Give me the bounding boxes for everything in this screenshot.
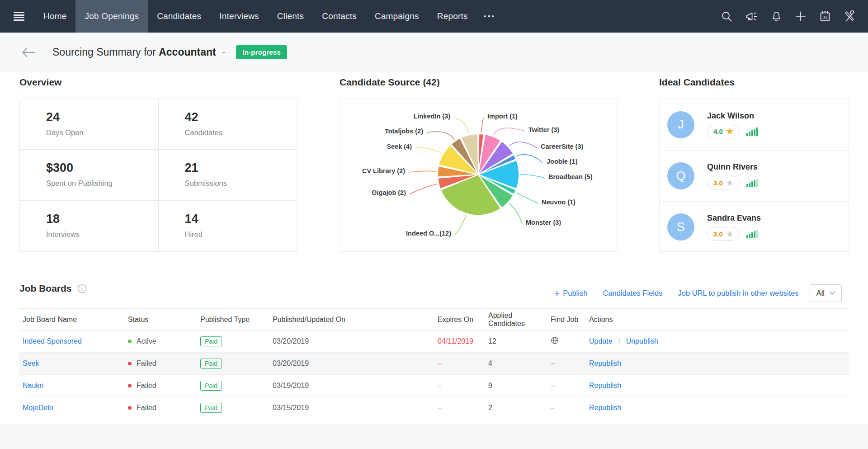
rating-pill: 3.0 ★	[707, 227, 740, 241]
pie-leader-Jooble	[516, 155, 543, 163]
nav-item-contacts[interactable]: Contacts	[313, 0, 366, 33]
republish-link[interactable]: Republish	[589, 359, 621, 367]
published-on: 03/20/2019	[273, 337, 438, 345]
pie-leader-CV Library	[409, 171, 436, 172]
unpublish-link[interactable]: Unpublish	[626, 337, 658, 345]
avatar: J	[667, 111, 694, 138]
pie-leader-Neuvoo	[516, 193, 538, 203]
update-link[interactable]: Update	[589, 337, 613, 345]
pie-leader-Monster	[509, 203, 522, 224]
pie-label-Neuvoo: Neuvoo (1)	[542, 199, 576, 206]
more-icon[interactable]	[477, 0, 501, 33]
pie-leader-Broadbean	[520, 175, 545, 178]
action-separator: |	[618, 337, 620, 345]
star-icon: ★	[726, 128, 733, 135]
status-text: Failed	[137, 382, 156, 390]
job-url-link[interactable]: Job URL to publish in other websites	[678, 289, 798, 298]
stat-value: 18	[46, 212, 158, 226]
candidate-source-title: Candidate Source (42)	[340, 77, 440, 88]
col-published-on: Published/Updated On	[273, 316, 438, 324]
back-arrow-icon[interactable]	[21, 47, 36, 58]
published-type-badge: Paid	[200, 403, 222, 413]
globe-icon[interactable]	[551, 336, 559, 345]
ideal-candidate-row[interactable]: S Sandra Evans 3.0 ★	[660, 201, 849, 252]
pie-leader-Twitter	[494, 128, 525, 135]
status-dot	[128, 406, 132, 410]
candidate-name[interactable]: Sandra Evans	[707, 213, 761, 223]
status-badge: In-progress	[236, 45, 287, 59]
info-icon[interactable]	[77, 284, 87, 293]
app-root: { "nav": { "items": [ {"label": "Home", …	[0, 0, 868, 449]
bell-icon[interactable]	[770, 10, 783, 23]
nav-item-interviews[interactable]: Interviews	[210, 0, 268, 33]
rating-value: 3.0	[713, 230, 723, 238]
nav-item-reports[interactable]: Reports	[428, 0, 477, 33]
stat-spent: $300 Spent on Publishing	[20, 150, 159, 200]
stat-days-open: 24 Days Open	[20, 99, 159, 150]
published-type-badge: Paid	[200, 336, 222, 346]
job-board-link[interactable]: Naukri	[23, 382, 43, 389]
published-on: 03/20/2019	[273, 359, 438, 368]
find-job-empty: –	[551, 404, 589, 412]
pie-label-Jooble: Jooble (1)	[547, 158, 578, 165]
pie-label-Broadbean: Broadbean (5)	[548, 173, 593, 180]
filter-dropdown[interactable]: All	[810, 284, 842, 302]
actions-cell: Update|Unpublish	[589, 337, 849, 345]
hamburger-icon[interactable]	[14, 12, 24, 21]
col-applied-candidates: Applied Candidates	[488, 312, 551, 328]
plus-icon[interactable]	[795, 10, 807, 22]
pie-label-Gigajob: Gigajob (2)	[372, 189, 406, 196]
job-boards-toolbar: +Publish Candidates Fields Job URL to pu…	[554, 284, 842, 302]
avatar: S	[667, 213, 694, 241]
col-find-job: Find Job	[551, 316, 589, 324]
stat-interviews: 18 Interviews	[20, 201, 159, 251]
candidate-name[interactable]: Quinn Rivers	[707, 162, 758, 172]
col-status: Status	[128, 316, 200, 324]
nav-item-home[interactable]: Home	[34, 0, 75, 33]
pie-label-Totaljobs: Totaljobs (2)	[385, 128, 423, 135]
svg-text:31: 31	[823, 15, 827, 19]
candidate-name[interactable]: Jack Wilson	[707, 111, 758, 121]
publish-button[interactable]: +Publish	[554, 288, 587, 298]
ideal-candidate-row[interactable]: J Jack Wilson 4.0 ★	[660, 99, 849, 150]
job-board-link[interactable]: Indeed Sponsored	[23, 337, 82, 345]
pie-leader-Gigajob	[410, 184, 437, 194]
nav-item-candidates[interactable]: Candidates	[148, 0, 210, 33]
col-expires-on: Expires On	[438, 316, 488, 324]
nav-item-clients[interactable]: Clients	[268, 0, 313, 33]
megaphone-icon[interactable]	[745, 10, 758, 23]
candidates-fields-link[interactable]: Candidates Fields	[603, 289, 662, 298]
table-row: Seek Failed Paid 03/20/2019 – 4 – Republ…	[19, 353, 849, 375]
job-board-link[interactable]: MojeDelo	[23, 404, 53, 411]
job-board-link[interactable]: Seek	[23, 359, 39, 367]
expires-on: –	[438, 404, 488, 412]
nav-item-job-openings[interactable]: Job Openings	[75, 0, 148, 33]
status-text: Active	[137, 337, 156, 345]
search-icon[interactable]	[721, 10, 733, 23]
col-job-board-name: Job Board Name	[23, 316, 128, 324]
chevron-down-icon	[830, 291, 835, 295]
calendar-icon[interactable]: 31	[819, 10, 831, 23]
nav-item-campaigns[interactable]: Campaigns	[366, 0, 428, 33]
stat-candidates: 42 Candidates	[159, 99, 297, 150]
overview-title: Overview	[19, 77, 61, 88]
candidate-source-pie-chart[interactable]: Import (1)Twitter (3)CareerSite (3)Joobl…	[340, 99, 617, 251]
published-type-badge: Paid	[200, 381, 222, 391]
stat-value: $300	[46, 161, 158, 175]
published-type-badge: Paid	[200, 359, 222, 369]
stat-label: Hired	[185, 230, 297, 239]
rating-pill: 4.0 ★	[707, 125, 740, 138]
republish-link[interactable]: Republish	[589, 404, 621, 411]
table-row: Indeed Sponsored Active Paid 03/20/2019 …	[19, 331, 849, 353]
plus-icon: +	[554, 288, 560, 298]
tools-icon[interactable]	[844, 10, 856, 23]
stat-hired: 14 Hired	[159, 201, 297, 251]
ideal-candidate-row[interactable]: Q Quinn Rivers 3.0 ★	[660, 150, 849, 201]
applied-count: 2	[488, 404, 551, 412]
find-job-empty: –	[551, 359, 589, 368]
republish-link[interactable]: Republish	[589, 382, 621, 389]
status-dot	[128, 362, 132, 365]
job-name: Accountant	[159, 46, 216, 58]
stat-value: 24	[46, 110, 158, 124]
page-header: Sourcing Summary for Accountant - In-pro…	[0, 33, 868, 72]
